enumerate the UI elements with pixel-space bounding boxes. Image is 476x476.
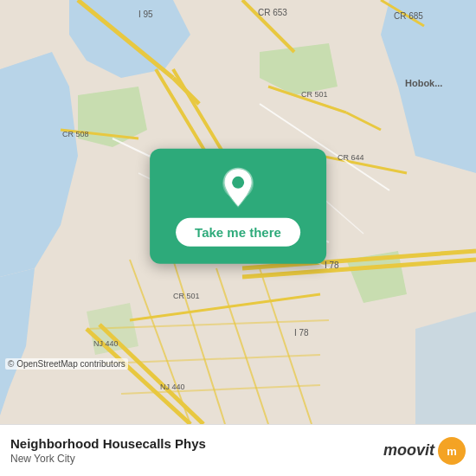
business-name: Neighborhood Housecalls Phys (10, 436, 206, 451)
footer-info: Neighborhood Housecalls Phys New York Ci… (10, 436, 206, 465)
moovit-logo: moovit m (383, 437, 466, 465)
moovit-icon: m (438, 437, 466, 465)
svg-text:CR 644: CR 644 (338, 153, 364, 162)
svg-point-50 (232, 177, 244, 189)
svg-text:I 78: I 78 (325, 261, 339, 270)
svg-text:CR 508: CR 508 (62, 130, 89, 138)
take-me-there-button[interactable]: Take me there (176, 218, 300, 247)
svg-text:NJ 440: NJ 440 (160, 383, 185, 391)
svg-text:CR 501: CR 501 (173, 292, 200, 300)
svg-text:NJ 440: NJ 440 (93, 339, 119, 348)
svg-marker-5 (415, 312, 476, 424)
footer: Neighborhood Housecalls Phys New York Ci… (0, 424, 476, 476)
svg-text:CR 653: CR 653 (258, 8, 287, 17)
map-attribution: © OpenStreetMap contributors (5, 358, 128, 370)
svg-text:Hobok...: Hobok... (405, 78, 442, 88)
moovit-text: moovit (383, 441, 434, 460)
location-card: Take me there (150, 149, 326, 264)
location-pin-icon (216, 166, 260, 209)
svg-text:CR 501: CR 501 (301, 90, 328, 99)
svg-text:I 95: I 95 (138, 10, 153, 19)
svg-text:I 78: I 78 (294, 328, 309, 338)
svg-text:m: m (447, 445, 457, 458)
svg-text:CR 685: CR 685 (394, 11, 423, 21)
map-container: I 95 CR 653 CR 685 CR 508 CR 501 CR 644 … (0, 0, 476, 424)
business-location: New York City (10, 453, 206, 465)
